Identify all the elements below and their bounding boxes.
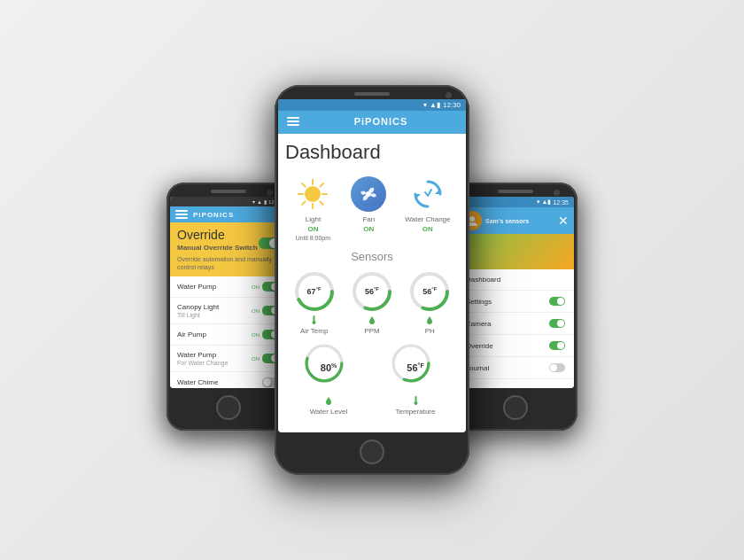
override-screen: Override Manual Override Switch Override… (170, 222, 287, 388)
dashboard-app-bar: PiPONICS (278, 111, 466, 134)
close-button[interactable]: ✕ (558, 214, 569, 228)
settings-toggle[interactable] (549, 297, 565, 306)
speaker-right (498, 190, 533, 193)
temperature-label: Temperature (396, 408, 436, 416)
air-temp-gauge: 67°F (293, 270, 336, 313)
override-item-4[interactable]: Water Pump For Water Change ON (170, 346, 287, 372)
home-btn-left[interactable] (216, 395, 241, 420)
status-bar-left: ▾ ▲ ▮ 12:30 (170, 197, 287, 206)
menu-screen: Sam's sensors ✕ Dashboard Settings (457, 207, 574, 388)
sensors-title: Sensors (285, 250, 459, 263)
phone-bottom-right (503, 388, 528, 431)
battery-icon-left: ▮ (264, 198, 267, 205)
light-label: Light (306, 215, 321, 223)
widgets-row: Light ON Until 8:00pm (285, 175, 459, 241)
svg-point-25 (414, 401, 417, 405)
ph-label: PH (425, 327, 435, 335)
menu-item-override[interactable]: Override (457, 335, 574, 357)
light-widget: Light ON Until 8:00pm (293, 175, 332, 241)
hamburger-center[interactable] (287, 117, 299, 126)
air-temp-value: 67°F (307, 286, 322, 297)
screen-left: ▾ ▲ ▮ 12:30 PiPONICS Override Manual Ove… (170, 197, 287, 388)
menu-item-label-dashboard: Dashboard (466, 276, 500, 284)
water-change-status: ON (422, 225, 433, 233)
thermometer-icon-temp (413, 396, 419, 405)
drop-icon-1 (368, 315, 376, 324)
right-phone: ▾ ▲▮ 12:35 Sam's sensors (453, 183, 577, 431)
svg-line-8 (303, 201, 306, 205)
svg-marker-11 (415, 194, 421, 199)
sensors-row-bottom: 80% Water Level (285, 342, 459, 416)
app-title-center: PiPONICS (305, 116, 457, 127)
light-status: ON (307, 225, 318, 233)
ph-value: 56°F (422, 286, 437, 297)
time-center: 12:30 (443, 101, 461, 109)
ppm-value: 56°F (365, 286, 379, 297)
left-phone: ▾ ▲ ▮ 12:30 PiPONICS Override Manual Ove… (167, 183, 291, 431)
wifi-icon-center: ▾ (423, 101, 427, 109)
menu-item-dashboard[interactable]: Dashboard (457, 269, 574, 291)
water-change-label: Water Change (405, 215, 450, 223)
menu-item-camera[interactable]: Camera (457, 313, 574, 335)
override-toggle[interactable] (549, 341, 565, 350)
dashboard-body: Dashboard (278, 134, 466, 430)
phone-top-bar-right (453, 183, 577, 197)
menu-item-label-override: Override (466, 342, 493, 350)
camera-left (267, 190, 273, 196)
menu-item-settings[interactable]: Settings (457, 291, 574, 313)
override-item-5[interactable]: Water Chime (170, 372, 287, 388)
status-bar-center: ▾ ▲▮ 12:30 (278, 99, 466, 111)
app-bar-left: PiPONICS (170, 206, 287, 222)
speaker-left (211, 190, 246, 193)
scene: ▾ ▲ ▮ 12:30 PiPONICS Override Manual Ove… (0, 0, 744, 560)
signal-icon-left: ▲ (257, 199, 262, 205)
page-title: Dashboard (285, 141, 459, 164)
fan-widget: Fan ON (349, 175, 388, 241)
svg-point-26 (469, 216, 475, 222)
wifi-icon-left: ▾ (252, 198, 255, 205)
override-desc: Override automation and manually control… (177, 255, 280, 271)
menu-user-name: Sam's sensors (485, 218, 529, 224)
svg-rect-24 (415, 396, 416, 402)
svg-point-0 (305, 186, 321, 202)
ppm-sensor: 56°F PPM (351, 270, 393, 335)
ppm-gauge: 56°F (351, 270, 393, 313)
phone-top-bar-left (167, 183, 291, 197)
water-level-value: 80% (321, 362, 337, 374)
menu-user-section: Sam's sensors (462, 211, 529, 230)
camera-center (446, 92, 452, 98)
svg-line-5 (303, 183, 306, 187)
screen-center: ▾ ▲▮ 12:30 PiPONICS Dashboard (278, 99, 466, 432)
camera-right (554, 190, 560, 196)
sensors-row-top: 67°F Air Temp (285, 270, 459, 335)
journal-toggle[interactable] (549, 363, 565, 372)
svg-point-15 (313, 321, 316, 324)
water-change-widget: Water Change ON (405, 175, 450, 241)
home-btn-center[interactable] (360, 439, 384, 464)
override-item-2[interactable]: Canopy Light Till Light ON (170, 298, 287, 324)
speaker-center (354, 92, 390, 96)
home-btn-right[interactable] (503, 395, 528, 420)
fan-label: Fan (362, 215, 375, 223)
menu-item-label-camera: Camera (466, 320, 491, 328)
light-icon (293, 175, 332, 214)
fan-icon (349, 175, 388, 214)
time-right: 12:35 (553, 199, 569, 206)
menu-item-journal[interactable]: Journal (457, 357, 574, 379)
override-header: Override Manual Override Switch Override… (170, 222, 287, 276)
screen-right: ▾ ▲▮ 12:35 Sam's sensors (457, 197, 574, 388)
menu-cover (457, 234, 574, 269)
override-item-3[interactable]: Air Pump ON (170, 324, 287, 346)
drop-icon-wl (325, 396, 332, 405)
override-item-1[interactable]: Water Pump ON (170, 276, 287, 298)
menu-item-label-settings: Settings (466, 298, 492, 306)
signal-icon-center: ▲▮ (430, 101, 440, 109)
svg-line-6 (321, 201, 324, 205)
svg-line-7 (321, 183, 324, 187)
drop-icon-2 (426, 315, 433, 324)
air-temp-sensor: 67°F Air Temp (293, 270, 336, 335)
hamburger-left[interactable] (175, 210, 188, 219)
water-level-label: Water Level (310, 408, 347, 416)
wifi-right: ▾ (537, 198, 540, 206)
camera-toggle[interactable] (549, 319, 565, 328)
